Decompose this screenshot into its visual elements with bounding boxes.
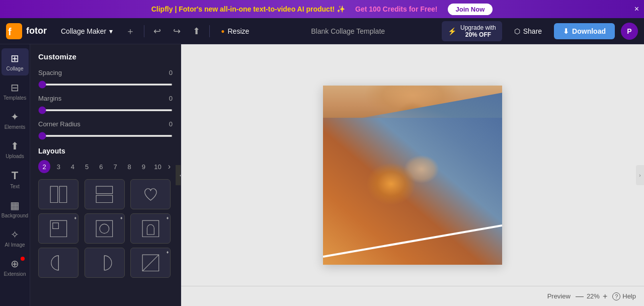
banner-close-button[interactable]: × (634, 5, 639, 14)
layout-half-circle-left-icon (47, 254, 70, 272)
layout-num-next-button[interactable]: › (166, 162, 173, 171)
chevron-down-icon: ▾ (109, 27, 113, 35)
sidebar-item-collage[interactable]: ⊞ Collage (2, 48, 29, 75)
spacing-value: 0 (169, 69, 173, 76)
layout-thumb-split-vertical[interactable] (38, 179, 78, 209)
layout-circle-frame-icon (93, 220, 116, 238)
download-button[interactable]: ⬇ Download (554, 23, 615, 39)
customize-panel: Customize Spacing 0 Margins 0 Corner Rad… (30, 44, 181, 306)
banner-main-text: Clipfly | Fotor's new all-in-one text-to… (151, 5, 345, 13)
corner-radius-control: Corner Radius 0 (38, 120, 173, 139)
sidebar-label-elements: Elements (5, 124, 26, 130)
sidebar-item-uploads[interactable]: ⬆ Uploads (2, 136, 29, 163)
layout-split-horizontal-icon (93, 186, 116, 203)
svg-rect-2 (50, 186, 57, 202)
layout-num-2[interactable]: 2 (38, 160, 50, 173)
add-button[interactable]: ＋ (123, 23, 138, 39)
layout-square-small-icon (47, 220, 70, 238)
zoom-in-button[interactable]: + (603, 292, 607, 301)
sidebar-label-uploads: Uploads (6, 154, 24, 159)
download-icon: ⬇ (563, 27, 569, 35)
redo-button[interactable]: ↪ (170, 24, 184, 39)
join-now-button[interactable]: Join Now (448, 4, 493, 15)
upgrade-badge-icon: ⚡ (448, 27, 456, 35)
text-icon: T (12, 169, 18, 182)
corner-radius-slider[interactable] (38, 135, 173, 137)
templates-icon: ⊟ (11, 82, 19, 94)
layout-num-6[interactable]: 6 (95, 160, 107, 173)
layout-num-7[interactable]: 7 (109, 160, 121, 173)
layouts-grid (38, 179, 173, 278)
extension-icon: ⊕ (11, 258, 19, 270)
corner-radius-value: 0 (169, 120, 173, 128)
sidebar-label-collage: Collage (7, 66, 24, 71)
collage-icon: ⊞ (11, 52, 19, 64)
upgrade-button[interactable]: ⚡ Upgrade with 20% OFF (442, 21, 502, 41)
svg-text:f: f (8, 26, 12, 37)
main-toolbar: f fotor Collage Maker ▾ ＋ ↩ ↪ ⬆ ● Resize… (0, 18, 644, 44)
spacing-slider[interactable] (38, 84, 173, 86)
layout-thumb-split-horizontal[interactable] (85, 179, 125, 209)
zoom-value: 22% (587, 292, 600, 300)
user-avatar[interactable]: P (621, 23, 638, 40)
margins-label: Margins (38, 95, 61, 102)
sidebar-item-elements[interactable]: ✦ Elements (2, 107, 29, 134)
svg-rect-3 (59, 186, 66, 202)
uploads-icon: ⬆ (11, 140, 19, 152)
layout-num-8[interactable]: 8 (123, 160, 135, 173)
resize-dot: ● (221, 28, 224, 35)
layout-num-4[interactable]: 4 (66, 160, 78, 173)
help-label: Help (622, 292, 636, 300)
layout-thumb-half-circle-left[interactable] (38, 248, 78, 278)
sidebar-item-templates[interactable]: ⊟ Templates (2, 78, 29, 105)
svg-rect-5 (96, 195, 112, 202)
zoom-out-button[interactable]: — (576, 292, 584, 301)
right-panel-handle[interactable]: › (636, 165, 644, 185)
layout-num-10[interactable]: 10 (152, 160, 164, 173)
spacing-control: Spacing 0 (38, 69, 173, 88)
layout-num-3[interactable]: 3 (52, 160, 64, 173)
collage-canvas[interactable] (323, 86, 502, 265)
canvas-title: Blank Collage Template (260, 27, 436, 35)
sidebar-item-ai-image[interactable]: ✧ AI Image (2, 224, 29, 252)
elements-icon: ✦ (11, 111, 19, 123)
fotor-logo-icon: f (6, 23, 22, 39)
upload-cloud-button[interactable]: ⬆ (190, 24, 203, 39)
sidebar-item-background[interactable]: ▦ Background (2, 195, 29, 222)
resize-button[interactable]: ● Resize (216, 25, 254, 37)
share-button[interactable]: ⬡ Share (508, 24, 548, 38)
sidebar-item-extension[interactable]: ⊕ Extension (2, 254, 29, 281)
zoom-controls: — 22% + (576, 292, 607, 301)
panel-collapse-handle[interactable]: ‹ (176, 165, 181, 185)
sidebar-label-text: Text (10, 184, 19, 189)
layout-thumb-half-circle-right[interactable] (85, 248, 125, 278)
margins-slider[interactable] (38, 109, 173, 111)
preview-button[interactable]: Preview (547, 292, 571, 300)
collage-maker-button[interactable]: Collage Maker ▾ (57, 25, 117, 37)
layout-heart-icon (139, 186, 163, 203)
extension-badge (21, 257, 25, 261)
sidebar-item-text[interactable]: T Text (2, 165, 29, 193)
layout-num-5[interactable]: 5 (81, 160, 93, 173)
download-label: Download (572, 27, 606, 35)
undo-button[interactable]: ↩ (150, 24, 164, 39)
layout-thumb-circle-frame[interactable] (85, 213, 125, 244)
sidebar-label-background: Background (2, 213, 28, 218)
share-icon: ⬡ (514, 27, 520, 35)
corner-radius-label: Corner Radius (38, 120, 80, 128)
collage-maker-label: Collage Maker (61, 27, 106, 35)
help-button[interactable]: ? Help (612, 292, 636, 300)
bottom-bar: Preview — 22% + ? Help (181, 286, 644, 306)
layout-num-9[interactable]: 9 (137, 160, 149, 173)
layout-thumb-square-small[interactable] (38, 213, 78, 244)
ai-image-icon: ✧ (11, 228, 19, 241)
layout-split-vertical-icon (47, 186, 70, 203)
layout-thumb-arch-frame[interactable] (130, 213, 171, 244)
sidebar-label-templates: Templates (4, 95, 27, 101)
banner-text: Clipfly | Fotor's new all-in-one text-to… (151, 5, 345, 13)
layout-thumb-heart[interactable] (130, 179, 171, 209)
help-icon: ? (612, 292, 620, 300)
layout-thumb-diagonal[interactable] (130, 248, 171, 278)
layout-arch-frame-icon (139, 220, 163, 238)
resize-label: Resize (228, 27, 250, 35)
